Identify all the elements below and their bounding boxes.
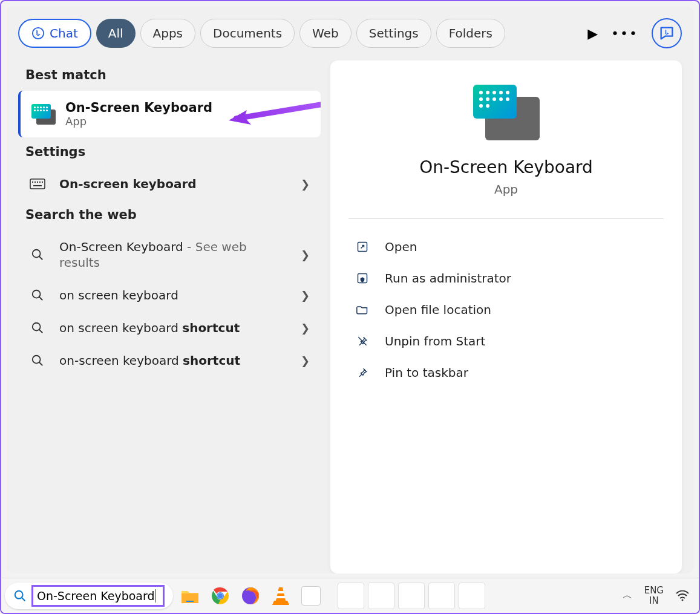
taskbar-running-4[interactable]: [428, 583, 455, 609]
svg-rect-21: [186, 601, 194, 602]
taskbar-search-input[interactable]: On-Screen Keyboard: [31, 585, 165, 607]
search-icon: [29, 354, 46, 367]
web-result-1[interactable]: on screen keyboard ❯: [18, 279, 321, 312]
wifi-icon[interactable]: [676, 590, 689, 601]
taskbar-vlc[interactable]: [267, 583, 294, 609]
action-unpin-start[interactable]: Unpin from Start: [348, 325, 664, 357]
section-best-match: Best match: [25, 68, 321, 82]
bing-icon: [31, 27, 45, 40]
section-search-web: Search the web: [25, 207, 321, 222]
language-indicator[interactable]: ENGIN: [644, 586, 664, 606]
section-settings: Settings: [25, 145, 321, 159]
action-run-admin[interactable]: Run as administrator: [348, 263, 664, 294]
open-icon: [356, 241, 369, 253]
web-result-label: On-Screen Keyboard - See web results: [59, 239, 287, 270]
tab-folders[interactable]: Folders: [436, 19, 505, 48]
action-open[interactable]: Open: [348, 231, 664, 263]
results-list: Best match On-Screen Keyboard App Settin…: [18, 60, 321, 573]
svg-rect-2: [32, 181, 33, 183]
detail-pane: On-Screen Keyboard App Open Run as admin…: [330, 60, 682, 573]
tab-documents[interactable]: Documents: [200, 19, 295, 48]
svg-point-18: [15, 590, 23, 598]
taskbar-chrome[interactable]: [207, 583, 234, 609]
taskbar-firefox[interactable]: [237, 583, 264, 609]
svg-line-11: [39, 297, 43, 301]
search-icon: [29, 321, 46, 335]
tab-chat-label: Chat: [50, 26, 78, 41]
best-match-item[interactable]: On-Screen Keyboard App: [18, 91, 321, 137]
svg-line-19: [22, 597, 25, 601]
svg-point-0: [33, 28, 44, 39]
svg-rect-1: [30, 179, 45, 189]
taskbar-running-1[interactable]: [338, 583, 364, 609]
chevron-right-icon: ❯: [301, 289, 310, 302]
taskbar-running-2[interactable]: [368, 583, 394, 609]
svg-point-25: [218, 593, 223, 598]
folder-icon: [356, 304, 369, 316]
taskbar-running-3[interactable]: [398, 583, 425, 609]
filter-tabs: Chat All Apps Documents Web Settings Fol…: [12, 18, 688, 60]
svg-rect-6: [42, 181, 43, 183]
tab-web[interactable]: Web: [299, 19, 352, 48]
svg-line-15: [39, 362, 43, 366]
chevron-right-icon: ❯: [301, 354, 310, 367]
bing-button[interactable]: [652, 18, 682, 48]
svg-point-10: [33, 290, 41, 298]
web-result-label: on-screen keyboard shortcut: [59, 353, 287, 368]
svg-rect-5: [39, 181, 41, 183]
pin-icon: [356, 367, 369, 379]
taskbar-file-explorer[interactable]: [177, 583, 203, 609]
svg-rect-28: [276, 596, 286, 598]
taskbar: On-Screen Keyboard ︿ ENGIN: [1, 578, 699, 613]
svg-rect-7: [33, 185, 42, 186]
action-label: Open file location: [385, 302, 491, 317]
best-match-title: On-Screen Keyboard: [65, 100, 212, 115]
action-open-location[interactable]: Open file location: [348, 294, 664, 325]
web-result-0[interactable]: On-Screen Keyboard - See web results ❯: [18, 230, 321, 279]
svg-rect-27: [277, 591, 284, 593]
search-icon: [29, 248, 46, 261]
annotation-arrow: [224, 99, 321, 129]
best-match-subtitle: App: [65, 115, 212, 128]
svg-line-13: [39, 330, 43, 333]
search-results-panel: Chat All Apps Documents Web Settings Fol…: [6, 6, 694, 573]
chevron-right-icon: ❯: [301, 178, 310, 191]
svg-point-12: [33, 323, 41, 331]
detail-subtitle: App: [348, 182, 664, 197]
svg-point-29: [682, 599, 684, 601]
more-tabs-arrow[interactable]: ▶: [587, 26, 598, 41]
detail-app-icon: [473, 85, 540, 140]
svg-rect-4: [37, 181, 38, 183]
action-label: Open: [385, 240, 417, 254]
shield-icon: [356, 272, 369, 284]
search-icon: [13, 589, 27, 603]
tab-apps[interactable]: Apps: [140, 19, 196, 48]
action-label: Unpin from Start: [385, 334, 485, 348]
settings-item-label: On-screen keyboard: [59, 176, 287, 192]
unpin-icon: [356, 335, 369, 347]
tab-all[interactable]: All: [96, 19, 136, 48]
bing-chat-icon: [658, 25, 675, 42]
web-result-label: on screen keyboard shortcut: [59, 320, 287, 336]
taskbar-app-5[interactable]: [298, 583, 324, 609]
settings-item-osk[interactable]: On-screen keyboard ❯: [18, 168, 321, 200]
taskbar-running-5[interactable]: [459, 583, 485, 609]
action-label: Pin to taskbar: [385, 365, 468, 380]
divider: [348, 218, 664, 219]
detail-title: On-Screen Keyboard: [348, 157, 664, 177]
menu-dots[interactable]: •••: [611, 26, 638, 41]
web-result-3[interactable]: on-screen keyboard shortcut ❯: [18, 344, 321, 377]
tab-settings[interactable]: Settings: [356, 19, 431, 48]
tab-chat[interactable]: Chat: [18, 19, 91, 48]
chevron-right-icon: ❯: [301, 249, 310, 261]
web-result-2[interactable]: on screen keyboard shortcut ❯: [18, 312, 321, 344]
svg-point-14: [33, 356, 41, 364]
chevron-right-icon: ❯: [301, 322, 310, 335]
action-pin-taskbar[interactable]: Pin to taskbar: [348, 357, 664, 388]
web-result-label: on screen keyboard: [59, 287, 287, 303]
taskbar-search[interactable]: On-Screen Keyboard: [5, 583, 173, 609]
osk-app-icon: [31, 104, 56, 125]
tray-chevron-up-icon[interactable]: ︿: [623, 589, 632, 602]
svg-rect-3: [34, 181, 36, 183]
svg-point-8: [33, 250, 41, 258]
